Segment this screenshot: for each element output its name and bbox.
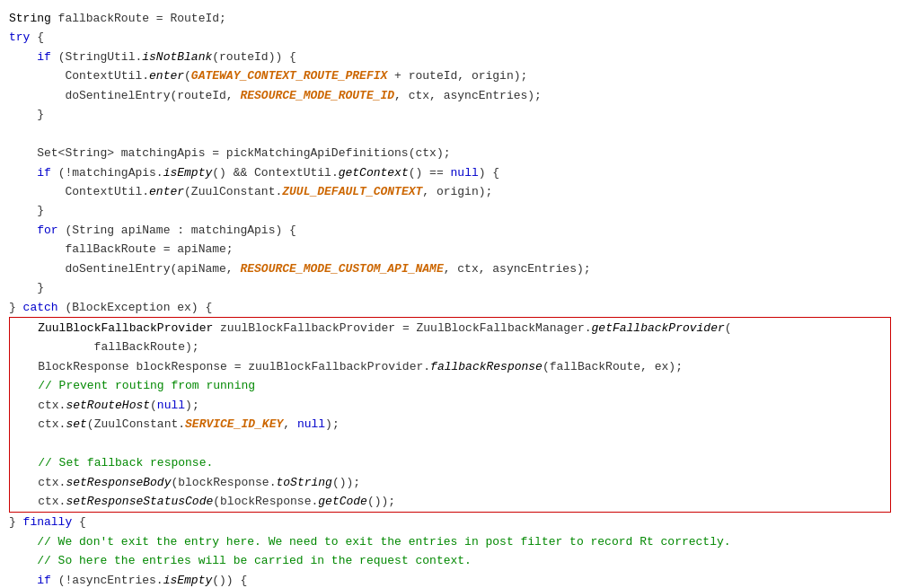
code-line-26: ctx.setResponseStatusCode(blockResponse.… bbox=[10, 492, 890, 511]
code-line-3: if (StringUtil.isNotBlank(routeId)) { bbox=[9, 48, 891, 66]
code-line-2: try { bbox=[9, 28, 891, 47]
highlighted-block: ZuulBlockFallbackProvider zuulBlockFallb… bbox=[9, 317, 891, 513]
code-line-4: ContextUtil.enter(GATEWAY_CONTEXT_ROUTE_… bbox=[9, 66, 891, 85]
code-line-25: ctx.setResponseBody(blockResponse.toStri… bbox=[10, 473, 890, 492]
code-line-12: for (String apiName : matchingApis) { bbox=[9, 221, 891, 240]
code-line-18: fallBackRoute); bbox=[10, 338, 890, 356]
code-line-28: // We don't exit the entry here. We need… bbox=[9, 532, 891, 551]
code-container: String fallbackRoute = RouteId; try { if… bbox=[0, 0, 900, 588]
code-line-13: fallBackRoute = apiName; bbox=[9, 240, 891, 259]
code-line-23 bbox=[10, 434, 890, 453]
code-line-22: ctx.set(ZuulConstant.SERVICE_ID_KEY, nul… bbox=[10, 415, 890, 434]
code-line-29: // So here the entries will be carried i… bbox=[9, 551, 891, 570]
code-line-7 bbox=[9, 125, 891, 144]
code-line-8: Set<String> matchingApis = pickMatchingA… bbox=[9, 144, 891, 162]
code-line-9: if (!matchingApis.isEmpty() && ContextUt… bbox=[9, 163, 891, 182]
code-line-19: BlockResponse blockResponse = zuulBlockF… bbox=[10, 357, 890, 376]
code-line-14: doSentinelEntry(apiName, RESOURCE_MODE_C… bbox=[9, 259, 891, 278]
code-line-21: ctx.setRouteHost(null); bbox=[10, 396, 890, 415]
code-line-1: String fallbackRoute = RouteId; bbox=[9, 9, 891, 28]
code-line-17: ZuulBlockFallbackProvider zuulBlockFallb… bbox=[10, 319, 890, 338]
code-line-10: ContextUtil.enter(ZuulConstant.ZUUL_DEFA… bbox=[9, 182, 891, 201]
code-line-15: } bbox=[9, 278, 891, 297]
code-line-20: // Prevent routing from running bbox=[10, 376, 890, 395]
code-line-11: } bbox=[9, 201, 891, 220]
code-line-30: if (!asyncEntries.isEmpty()) { bbox=[9, 571, 891, 588]
code-line-5: doSentinelEntry(routeId, RESOURCE_MODE_R… bbox=[9, 86, 891, 105]
code-line-6: } bbox=[9, 105, 891, 124]
code-line-24: // Set fallback response. bbox=[10, 453, 890, 472]
code-line-16: } catch (BlockException ex) { bbox=[9, 298, 891, 317]
code-line-27: } finally { bbox=[9, 513, 891, 531]
